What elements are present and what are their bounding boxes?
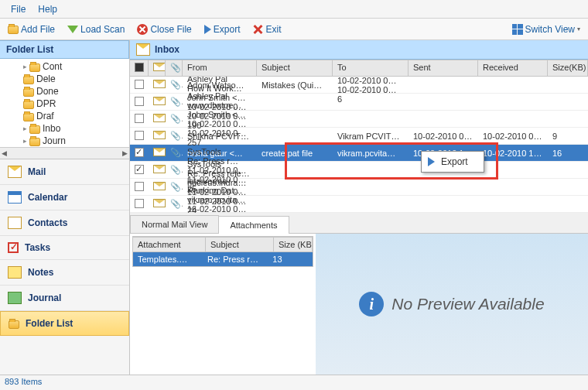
- envelope-icon: [153, 182, 166, 190]
- paperclip-icon: 📎: [170, 80, 183, 89]
- nav-journal[interactable]: Journal: [0, 286, 129, 311]
- mail-grid-body[interactable]: Export 📎Adom Watso…Mistakes (Qui…ima-vkm…: [130, 77, 588, 213]
- tree-scrollbar[interactable]: ◀▶: [0, 147, 129, 159]
- attachment-row[interactable]: Templates.… Re: Press r… 13: [133, 252, 313, 266]
- col-size[interactable]: Size(KB): [548, 60, 588, 76]
- status-item-count: 893 Items: [5, 377, 42, 386]
- col-checkbox[interactable]: [130, 60, 149, 76]
- folder-icon: [8, 26, 19, 34]
- mail-row[interactable]: 📎lata verma Ranking Dat…vikram.pcvita…16…: [130, 196, 588, 213]
- folder-icon: [29, 63, 40, 72]
- row-checkbox[interactable]: [135, 199, 144, 208]
- switch-view-button[interactable]: Switch View ▾: [509, 22, 583, 36]
- col-received[interactable]: Received: [478, 60, 548, 76]
- close-file-button[interactable]: Close File: [134, 22, 194, 36]
- col-envelope-icon[interactable]: [149, 60, 166, 76]
- preview-message: No Preview Available: [391, 295, 544, 313]
- paperclip-icon: 📎: [170, 131, 183, 140]
- load-scan-button[interactable]: Load Scan: [64, 22, 128, 36]
- row-checkbox[interactable]: [135, 131, 144, 140]
- col-to[interactable]: To: [333, 60, 409, 76]
- tree-item[interactable]: ▸Cont: [2, 60, 128, 73]
- status-bar: 893 Items: [0, 375, 588, 390]
- content-pane: Inbox 📎 From Subject To Sent Received Si…: [130, 40, 588, 375]
- col-attachment-icon[interactable]: 📎: [166, 60, 183, 76]
- folder-icon: [23, 113, 34, 121]
- envelope-icon: [153, 199, 166, 207]
- envelope-icon: [153, 131, 166, 139]
- row-checkbox[interactable]: [135, 80, 144, 89]
- tree-item[interactable]: ▸Inbo: [2, 122, 128, 135]
- paperclip-icon: 📎: [170, 97, 183, 106]
- notes-icon: [8, 266, 22, 279]
- menu-help[interactable]: Help: [32, 2, 63, 16]
- envelope-icon: [153, 148, 166, 156]
- mail-row[interactable]: 📎Ashley Pal www.dbxtoe…John Smith <…10-0…: [130, 111, 588, 128]
- attachments-pane: Attachment Subject Size (KB) Templates.……: [130, 234, 316, 375]
- tree-item[interactable]: ▸Journ: [2, 135, 128, 147]
- row-checkbox[interactable]: [135, 148, 144, 157]
- nav-contacts[interactable]: Contacts: [0, 210, 129, 236]
- journal-icon: [8, 292, 22, 304]
- mail-icon: [136, 43, 150, 56]
- row-checkbox[interactable]: [135, 97, 144, 106]
- preview-pane: i No Preview Available: [316, 234, 588, 375]
- folder-icon: [9, 320, 19, 329]
- attach-grid-header: Attachment Subject Size (KB): [133, 237, 313, 252]
- mail-grid-header: 📎 From Subject To Sent Received Size(KB): [130, 60, 588, 77]
- play-icon: [204, 25, 211, 34]
- folder-icon: [29, 138, 40, 146]
- folder-icon: [23, 88, 34, 97]
- folder-tree[interactable]: ▸Cont Dele Done DPR Draf ▸Inbo ▸Journ ◀▶: [0, 59, 129, 159]
- nav-tasks[interactable]: Tasks: [0, 236, 129, 260]
- folder-icon: [23, 101, 34, 109]
- contacts-icon: [8, 217, 22, 229]
- row-checkbox[interactable]: [135, 114, 144, 123]
- tree-item[interactable]: Draf: [2, 110, 128, 122]
- envelope-icon: [153, 80, 166, 88]
- paperclip-icon: 📎: [170, 148, 183, 157]
- col-attach-size[interactable]: Size (KB): [274, 238, 313, 251]
- inbox-header: Inbox: [130, 40, 588, 60]
- tab-attachments[interactable]: Attachments: [218, 216, 289, 234]
- col-subject[interactable]: Subject: [257, 60, 333, 76]
- menu-bar: File Help: [0, 0, 588, 19]
- calendar-icon: [8, 191, 22, 204]
- paperclip-icon: 📎: [170, 114, 183, 123]
- grid-icon: [512, 24, 523, 35]
- nav-mail[interactable]: Mail: [0, 159, 129, 185]
- col-from[interactable]: From: [183, 60, 257, 76]
- paperclip-icon: 📎: [170, 182, 183, 191]
- info-icon: i: [359, 292, 384, 316]
- exit-button[interactable]: Exit: [249, 22, 284, 36]
- row-checkbox[interactable]: [135, 165, 144, 174]
- download-icon: [67, 26, 78, 33]
- col-attachment[interactable]: Attachment: [133, 238, 206, 251]
- toolbar: Add File Load Scan Close File Export Exi…: [0, 19, 588, 40]
- tree-item[interactable]: Dele: [2, 73, 128, 85]
- tab-normal-view[interactable]: Normal Mail View: [130, 215, 219, 233]
- context-export[interactable]: Export: [423, 153, 482, 170]
- add-file-button[interactable]: Add File: [5, 22, 58, 36]
- menu-file[interactable]: File: [5, 2, 32, 16]
- col-sent[interactable]: Sent: [409, 60, 478, 76]
- x-icon: [252, 24, 263, 35]
- context-menu: Export: [421, 151, 484, 173]
- envelope-icon: [153, 114, 166, 122]
- preview-tabs: Normal Mail View Attachments: [130, 213, 588, 234]
- envelope-icon: [153, 165, 166, 173]
- export-button[interactable]: Export: [201, 22, 244, 36]
- col-attach-subject[interactable]: Subject: [206, 238, 274, 251]
- close-icon: [137, 24, 148, 35]
- tree-item[interactable]: Done: [2, 85, 128, 98]
- paperclip-icon: 📎: [170, 199, 183, 208]
- mail-icon: [8, 166, 22, 178]
- tasks-icon: [8, 242, 19, 253]
- play-icon: [428, 157, 435, 166]
- nav-notes[interactable]: Notes: [0, 260, 129, 286]
- nav-calendar[interactable]: Calendar: [0, 185, 129, 210]
- tree-item[interactable]: DPR: [2, 98, 128, 110]
- nav-list: Mail Calendar Contacts Tasks Notes Journ…: [0, 159, 129, 375]
- nav-folder-list[interactable]: Folder List: [0, 311, 129, 336]
- row-checkbox[interactable]: [135, 182, 144, 191]
